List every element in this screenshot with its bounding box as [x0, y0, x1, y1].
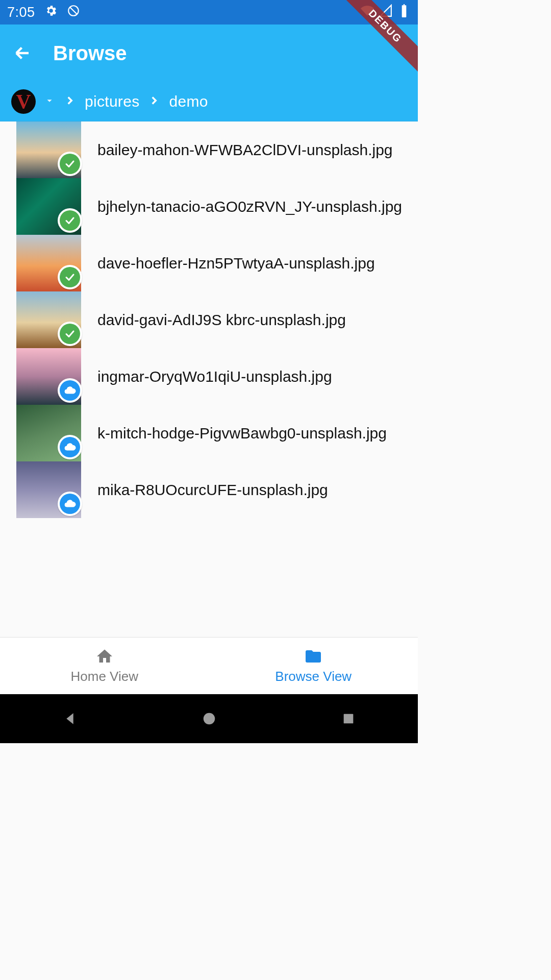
file-row[interactable]: bailey-mahon-WFWBA2ClDVI-unsplash.jpg: [0, 121, 418, 178]
file-name: mika-R8UOcurcUFE-unsplash.jpg: [81, 476, 418, 504]
synced-badge: [58, 152, 82, 176]
file-name: bjhelyn-tanacio-aGO0zRVN_JY-unsplash.jpg: [81, 193, 418, 220]
home-icon: [95, 647, 114, 666]
file-thumbnail[interactable]: [16, 121, 81, 178]
wifi-icon: [361, 4, 374, 21]
synced-badge: [58, 322, 82, 346]
status-right: [361, 4, 411, 21]
file-thumbnail[interactable]: [16, 405, 81, 461]
android-back-button[interactable]: [58, 706, 82, 731]
file-name: ingmar-OryqWo1IqiU-unsplash.jpg: [81, 363, 418, 390]
file-name: dave-hoefler-Hzn5PTwtyaA-unsplash.jpg: [81, 250, 418, 277]
settings-icon: [44, 4, 58, 21]
synced-badge: [58, 265, 82, 289]
breadcrumb-segment-demo[interactable]: demo: [169, 93, 208, 110]
do-not-disturb-icon: [67, 4, 80, 21]
account-avatar[interactable]: V: [11, 89, 36, 114]
chevron-right-icon: [147, 94, 161, 109]
cloud-icon: [60, 494, 80, 514]
nav-home-label: Home View: [71, 669, 138, 684]
cloud-badge: [58, 378, 82, 403]
file-name: david-gavi-AdIJ9S kbrc-unsplash.jpg: [81, 306, 418, 334]
back-button[interactable]: [10, 41, 35, 65]
cellular-icon: [379, 4, 392, 21]
file-name: k-mitch-hodge-PigvwBawbg0-unsplash.jpg: [81, 420, 418, 447]
file-list[interactable]: bailey-mahon-WFWBA2ClDVI-unsplash.jpgbjh…: [0, 121, 418, 637]
file-thumbnail[interactable]: [16, 291, 81, 348]
file-thumbnail[interactable]: [16, 348, 81, 405]
android-nav-bar: [0, 694, 418, 743]
battery-icon: [397, 4, 411, 21]
status-left: 7:05: [7, 4, 80, 21]
account-dropdown-icon[interactable]: [44, 95, 55, 108]
svg-point-0: [203, 713, 215, 725]
check-icon: [60, 324, 80, 344]
android-home-button[interactable]: [197, 706, 221, 731]
cloud-badge: [58, 492, 82, 516]
nav-browse-view[interactable]: Browse View: [209, 638, 418, 694]
bottom-nav: Home View Browse View: [0, 637, 418, 694]
file-thumbnail[interactable]: [16, 235, 81, 291]
nav-browse-label: Browse View: [275, 669, 352, 684]
cloud-icon: [60, 380, 80, 401]
screen: DEBUG 7:05 Browse: [0, 0, 418, 743]
file-row[interactable]: david-gavi-AdIJ9S kbrc-unsplash.jpg: [0, 291, 418, 348]
check-icon: [60, 210, 80, 231]
file-thumbnail[interactable]: [16, 461, 81, 518]
cloud-icon: [60, 437, 80, 457]
cloud-badge: [58, 435, 82, 459]
file-name: bailey-mahon-WFWBA2ClDVI-unsplash.jpg: [81, 136, 418, 164]
app-bar-title: Browse: [53, 42, 127, 65]
check-icon: [60, 154, 80, 174]
status-time: 7:05: [7, 5, 35, 20]
nav-home-view[interactable]: Home View: [0, 638, 209, 694]
chevron-right-icon: [63, 94, 77, 109]
breadcrumb-segment-pictures[interactable]: pictures: [85, 93, 139, 110]
file-thumbnail[interactable]: [16, 178, 81, 235]
check-icon: [60, 267, 80, 287]
status-bar: 7:05: [0, 0, 418, 24]
folder-icon: [304, 647, 322, 666]
file-row[interactable]: ingmar-OryqWo1IqiU-unsplash.jpg: [0, 348, 418, 405]
synced-badge: [58, 208, 82, 233]
android-recents-button[interactable]: [336, 706, 361, 731]
app-bar: Browse: [0, 24, 418, 82]
file-row[interactable]: dave-hoefler-Hzn5PTwtyaA-unsplash.jpg: [0, 235, 418, 291]
file-row[interactable]: k-mitch-hodge-PigvwBawbg0-unsplash.jpg: [0, 405, 418, 461]
svg-rect-1: [343, 714, 353, 724]
file-row[interactable]: bjhelyn-tanacio-aGO0zRVN_JY-unsplash.jpg: [0, 178, 418, 235]
breadcrumb: V pictures demo: [0, 82, 418, 121]
file-row[interactable]: mika-R8UOcurcUFE-unsplash.jpg: [0, 461, 418, 518]
